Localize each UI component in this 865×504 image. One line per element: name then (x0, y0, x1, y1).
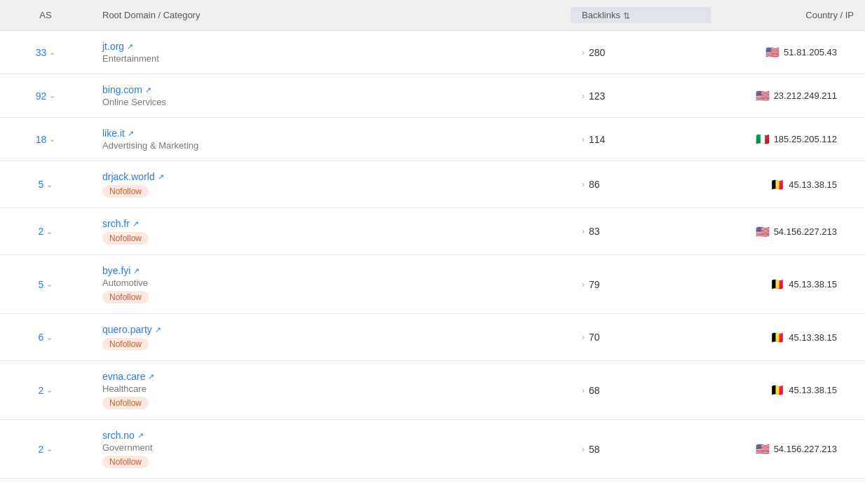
chevron-down-icon[interactable]: ⌄ (49, 48, 55, 57)
chevron-down-icon[interactable]: ⌄ (46, 444, 53, 454)
as-number[interactable]: 92 (36, 90, 47, 102)
ip-address: 45.13.38.15 (789, 179, 837, 190)
country-flag: 🇺🇸 (765, 46, 779, 59)
cell-as: 6 ⌄ (0, 329, 91, 346)
domain-link[interactable]: srch.no ↗ (102, 430, 144, 441)
chevron-right-icon: › (582, 386, 585, 395)
country-flag: 🇧🇪 (770, 331, 784, 344)
chevron-right-icon: › (582, 179, 585, 189)
as-number[interactable]: 33 (36, 47, 47, 58)
cell-country: 🇺🇸 54.156.227.213 (711, 222, 865, 241)
category-text: Advertising & Marketing (102, 140, 559, 151)
chevron-down-icon[interactable]: ⌄ (46, 386, 53, 395)
cell-country: 🇮🇹 185.25.205.112 (711, 130, 865, 149)
cell-backlinks: › 123 (571, 88, 711, 104)
country-flag: 🇺🇸 (756, 225, 770, 238)
table-row: 92 ⌄ bing.com ↗ Online Services › 123 🇺🇸… (0, 74, 865, 118)
domain-link[interactable]: evna.care ↗ (102, 371, 154, 382)
cell-as: 2 ⌄ (0, 382, 91, 399)
country-flag: 🇮🇹 (756, 132, 770, 146)
backlinks-count: 83 (589, 226, 600, 237)
cell-country: 🇧🇪 45.13.38.15 (711, 381, 865, 400)
nofollow-badge: Nofollow (102, 456, 149, 468)
country-flag: 🇧🇪 (770, 383, 784, 397)
backlinks-count: 114 (589, 134, 605, 145)
ip-address: 54.156.227.213 (774, 226, 837, 237)
cell-domain: bye.fyi ↗ AutomotiveNofollow (91, 262, 571, 306)
chevron-down-icon[interactable]: ⌄ (49, 135, 55, 144)
chevron-right-icon: › (582, 444, 585, 454)
domain-link[interactable]: bing.com ↗ (102, 84, 151, 95)
domain-link[interactable]: jt.org ↗ (102, 41, 133, 52)
chevron-down-icon[interactable]: ⌄ (46, 280, 53, 289)
as-number[interactable]: 2 (39, 444, 44, 455)
cell-as: 33 ⌄ (0, 44, 91, 61)
chevron-right-icon: › (582, 226, 585, 236)
ip-address: 54.156.227.213 (774, 444, 837, 454)
as-number[interactable]: 2 (39, 385, 44, 396)
table-row: 6 ⌄ quero.party ↗ Nofollow › 70 🇧🇪 45.13… (0, 314, 865, 361)
chevron-right-icon: › (582, 332, 585, 342)
table-row: 33 ⌄ jt.org ↗ Entertainment › 280 🇺🇸 51.… (0, 31, 865, 74)
as-number[interactable]: 18 (36, 134, 47, 145)
backlinks-table: AS Root Domain / Category Backlinks Coun… (0, 0, 865, 479)
cell-backlinks: › 79 (571, 276, 711, 293)
cell-backlinks: › 86 (571, 176, 711, 193)
domain-link[interactable]: quero.party ↗ (102, 324, 161, 335)
domain-link[interactable]: drjack.world ↗ (102, 171, 164, 182)
cell-country: 🇺🇸 51.81.205.43 (711, 43, 865, 62)
table-row: 5 ⌄ bye.fyi ↗ AutomotiveNofollow › 79 🇧🇪… (0, 255, 865, 314)
table-body: 33 ⌄ jt.org ↗ Entertainment › 280 🇺🇸 51.… (0, 31, 865, 479)
country-flag: 🇺🇸 (756, 442, 770, 456)
header-country: Country / IP (711, 7, 865, 23)
external-link-icon: ↗ (145, 86, 151, 95)
cell-as: 92 ⌄ (0, 88, 91, 104)
cell-as: 5 ⌄ (0, 276, 91, 293)
chevron-down-icon[interactable]: ⌄ (46, 227, 53, 236)
category-text: Healthcare (102, 383, 559, 394)
chevron-down-icon[interactable]: ⌄ (46, 180, 53, 189)
domain-link[interactable]: bye.fyi ↗ (102, 265, 139, 276)
external-link-icon: ↗ (158, 172, 164, 182)
table-header: AS Root Domain / Category Backlinks Coun… (0, 0, 865, 31)
cell-country: 🇺🇸 54.156.227.213 (711, 440, 865, 458)
country-flag: 🇧🇪 (770, 178, 784, 191)
chevron-right-icon: › (582, 135, 585, 144)
nofollow-badge: Nofollow (102, 232, 149, 245)
chevron-down-icon[interactable]: ⌄ (49, 91, 55, 100)
category-text: Online Services (102, 97, 559, 107)
nofollow-badge: Nofollow (102, 397, 149, 409)
as-number[interactable]: 5 (39, 179, 44, 190)
ip-address: 45.13.38.15 (789, 385, 837, 395)
cell-backlinks: › 58 (571, 441, 711, 458)
as-number[interactable]: 5 (39, 279, 44, 290)
table-row: 2 ⌄ evna.care ↗ HealthcareNofollow › 68 … (0, 361, 865, 420)
external-link-icon: ↗ (128, 129, 134, 138)
header-domain: Root Domain / Category (91, 7, 571, 23)
category-text: Government (102, 442, 559, 453)
backlinks-count: 86 (589, 179, 600, 190)
cell-domain: like.it ↗ Advertising & Marketing (91, 125, 571, 154)
cell-backlinks: › 68 (571, 382, 711, 399)
cell-as: 2 ⌄ (0, 223, 91, 240)
cell-domain: jt.org ↗ Entertainment (91, 38, 571, 67)
as-number[interactable]: 2 (39, 226, 44, 237)
backlinks-count: 123 (589, 90, 605, 102)
cell-country: 🇧🇪 45.13.38.15 (711, 175, 865, 194)
chevron-right-icon: › (582, 48, 585, 57)
cell-backlinks: › 114 (571, 131, 711, 148)
ip-address: 23.212.249.211 (774, 90, 837, 101)
cell-domain: evna.care ↗ HealthcareNofollow (91, 368, 571, 412)
sort-icon[interactable] (623, 11, 633, 20)
backlinks-count: 68 (589, 385, 600, 396)
header-backlinks[interactable]: Backlinks (571, 7, 711, 23)
header-as: AS (0, 7, 91, 23)
as-number[interactable]: 6 (39, 332, 44, 343)
cell-domain: quero.party ↗ Nofollow (91, 321, 571, 353)
domain-link[interactable]: like.it ↗ (102, 128, 134, 139)
backlinks-label: Backlinks (582, 10, 620, 20)
domain-link[interactable]: srch.fr ↗ (102, 218, 139, 229)
chevron-down-icon[interactable]: ⌄ (46, 333, 53, 342)
cell-country: 🇧🇪 45.13.38.15 (711, 275, 865, 294)
cell-domain: bing.com ↗ Online Services (91, 81, 571, 110)
